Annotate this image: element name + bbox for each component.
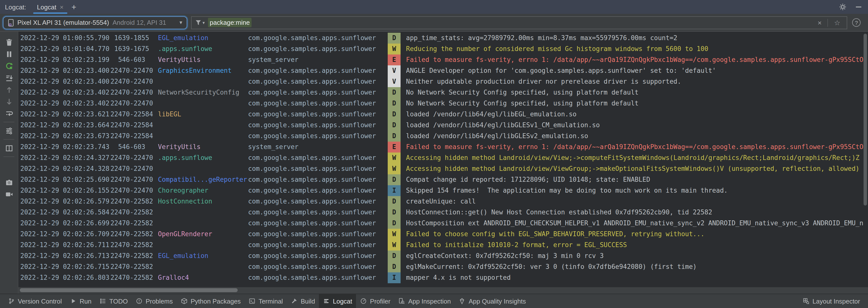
spacer — [530, 294, 799, 308]
favorite-star-icon[interactable]: ☆ — [831, 19, 843, 27]
camera-icon — [5, 178, 13, 186]
statusbar-item-label: Build — [301, 297, 315, 305]
log-row[interactable]: 2022-12-29 02:02:24.32822470-22470com.go… — [18, 163, 868, 174]
log-tag — [158, 240, 248, 251]
log-tag: NetworkSecurityConfig — [158, 87, 248, 98]
divider — [828, 19, 828, 27]
log-row[interactable]: 2022-12-29 02:02:25.69022470-22470Compat… — [18, 174, 868, 185]
log-level-badge: D — [388, 120, 401, 131]
log-timestamp: 2022-12-29 02:02:26.711 — [18, 240, 110, 251]
device-selector-dropdown[interactable]: Pixel XL API 31 (emulator-5554) Android … — [3, 16, 187, 29]
clear-filter-icon[interactable]: × — [815, 19, 825, 27]
statusbar-item-problems[interactable]: Problems — [132, 294, 177, 308]
pause-logcat-button[interactable] — [3, 48, 15, 60]
statusbar-item-label: Version Control — [18, 297, 62, 305]
tool-window-bar: Version ControlRunTODOProblemsPython Pac… — [0, 294, 868, 308]
tab-logcat[interactable]: Logcat × — [33, 0, 67, 14]
log-message: createUnique: call — [401, 196, 868, 207]
log-package: com.google.samples.apps.sunflower — [248, 120, 388, 131]
statusbar-item-todo[interactable]: TODO — [96, 294, 132, 308]
log-row[interactable]: 2022-12-29 02:02:23.62122470-22584libEGL… — [18, 109, 868, 120]
log-row[interactable]: 2022-12-29 02:02:23.40022470-22470com.go… — [18, 76, 868, 87]
log-row[interactable]: 2022-12-29 02:02:26.71122470-22582com.go… — [18, 240, 868, 251]
log-package: com.google.samples.apps.sunflower — [248, 229, 388, 240]
minimize-icon[interactable] — [854, 2, 863, 11]
filter-query-value[interactable]: package:mine — [208, 18, 252, 27]
statusbar-item-app-inspection[interactable]: App Inspection — [394, 294, 455, 308]
previous-occurrence-button[interactable] — [3, 84, 15, 96]
screen-record-button[interactable] — [3, 188, 15, 200]
log-row[interactable]: 2022-12-29 02:02:26.15522470-22470Choreo… — [18, 185, 868, 196]
log-tag — [158, 76, 248, 87]
log-level-badge: D — [388, 109, 401, 120]
soft-wrap-button[interactable] — [3, 107, 15, 119]
scroll-to-end-button[interactable] — [3, 72, 15, 84]
log-timestamp: 2022-12-29 02:02:23.199 — [18, 55, 110, 65]
log-row[interactable]: 2022-12-29 02:02:26.71522470-22582com.go… — [18, 261, 868, 272]
active-tab-indicator — [33, 12, 67, 14]
logcat-filter-input[interactable]: ▾ package:mine × ☆ — [191, 16, 847, 29]
statusbar-item-version-control[interactable]: Version Control — [4, 294, 66, 308]
log-level-badge: D — [388, 261, 401, 272]
statusbar-item-app-quality-insights[interactable]: App Quality Insights — [455, 294, 530, 308]
log-row[interactable]: 2022-12-29 02:02:26.71322470-22582EGL_em… — [18, 251, 868, 261]
log-timestamp: 2022-12-29 01:01:04.770 — [18, 43, 110, 55]
statusbar-item-python-packages[interactable]: Python Packages — [177, 294, 245, 308]
statusbar-item-profiler[interactable]: Profiler — [356, 294, 394, 308]
statusbar-item-layout-inspector[interactable]: Layout Inspector — [799, 294, 864, 308]
log-panel: 2022-12-29 01:00:55.7901639-1855EGL_emul… — [18, 32, 868, 294]
log-pid-tid: 22470-22582 — [110, 261, 154, 272]
log-tag — [158, 218, 248, 229]
screenshot-button[interactable] — [3, 176, 15, 188]
settings-gear-icon[interactable] — [838, 2, 847, 11]
log-row[interactable]: 2022-12-29 02:02:23.199546-603VerityUtil… — [18, 55, 868, 65]
log-timestamp: 2022-12-29 02:02:24.327 — [18, 153, 110, 163]
log-row[interactable]: 2022-12-29 02:02:23.40022470-22470Graphi… — [18, 65, 868, 76]
log-timestamp: 2022-12-29 02:02:23.664 — [18, 120, 110, 131]
statusbar-item-run[interactable]: Run — [66, 294, 96, 308]
log-row[interactable]: 2022-12-29 02:02:24.32722470-22470.apps.… — [18, 153, 868, 163]
log-row[interactable]: 2022-12-29 01:01:04.7701639-1675.apps.su… — [18, 43, 868, 55]
log-row[interactable]: 2022-12-29 02:02:23.40222470-22470Networ… — [18, 87, 868, 98]
profiler-icon — [360, 298, 367, 305]
log-row[interactable]: 2022-12-29 02:02:23.67322470-22584com.go… — [18, 131, 868, 142]
app-inspection-icon — [398, 298, 405, 305]
split-panels-button[interactable] — [3, 142, 15, 154]
logcat-left-toolbar — [0, 32, 18, 294]
log-pid-tid: 546-603 — [110, 55, 154, 65]
log-message: Failed to initialize 101010-2 format, er… — [401, 240, 868, 251]
log-row[interactable]: 2022-12-29 02:02:26.57922470-22582HostCo… — [18, 196, 868, 207]
log-tag: Gralloc4 — [158, 272, 248, 283]
add-tab-button[interactable]: + — [71, 3, 76, 11]
log-package: system_server — [248, 142, 388, 153]
toolbar-separator — [3, 139, 14, 140]
statusbar-item-build[interactable]: Build — [287, 294, 319, 308]
log-row[interactable]: 2022-12-29 01:00:55.7901639-1855EGL_emul… — [18, 33, 868, 43]
log-row[interactable]: 2022-12-29 02:02:26.80322470-22582Grallo… — [18, 272, 868, 283]
log-row[interactable]: 2022-12-29 02:02:23.743546-603VerityUtil… — [18, 142, 868, 153]
statusbar-item-logcat[interactable]: Logcat — [319, 294, 356, 308]
configure-logcat-button[interactable] — [3, 125, 15, 137]
statusbar-item-label: TODO — [110, 297, 128, 305]
log-package: com.google.samples.apps.sunflower — [248, 153, 388, 163]
close-icon[interactable]: × — [60, 3, 63, 11]
log-row[interactable]: 2022-12-29 02:02:26.69922470-22582com.go… — [18, 218, 868, 229]
log-row[interactable]: 2022-12-29 02:02:23.66422470-22584com.go… — [18, 120, 868, 131]
filter-funnel-icon[interactable]: ▾ — [195, 19, 205, 26]
log-tag: .apps.sunflowe — [158, 153, 248, 163]
vertical-scrollbar[interactable] — [864, 34, 867, 206]
restart-logcat-button[interactable] — [3, 60, 15, 72]
log-row[interactable]: 2022-12-29 02:02:26.58422470-22582com.go… — [18, 207, 868, 218]
statusbar-item-terminal[interactable]: Terminal — [245, 294, 287, 308]
next-occurrence-button[interactable] — [3, 96, 15, 107]
log-pid-tid: 546-603 — [110, 142, 154, 153]
log-timestamp: 2022-12-29 02:02:26.715 — [18, 261, 110, 272]
clear-logcat-button[interactable] — [3, 36, 15, 48]
log-tag: VerityUtils — [158, 142, 248, 153]
log-row[interactable]: 2022-12-29 02:02:23.40222470-22470com.go… — [18, 98, 868, 109]
horizontal-scrollbar[interactable] — [20, 288, 238, 292]
log-message: eglCreateContext: 0x7df95262cf50: maj 3 … — [401, 251, 868, 261]
log-row[interactable]: 2022-12-29 02:02:26.70922470-22582OpenGL… — [18, 229, 868, 240]
log-package: com.google.samples.apps.sunflower — [248, 240, 388, 251]
help-icon[interactable]: ? — [852, 18, 861, 27]
